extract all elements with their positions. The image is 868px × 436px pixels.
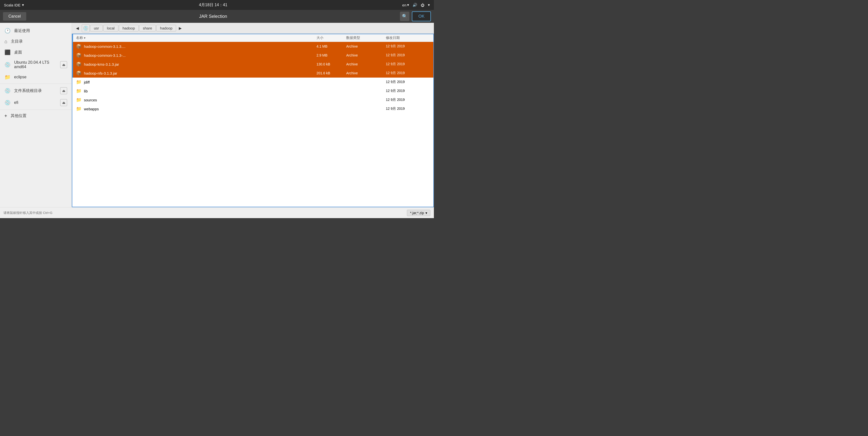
file-name-cell: 📁 webapps [76, 106, 316, 112]
eject-button-ubuntu[interactable]: ⏏ [60, 61, 67, 68]
search-icon: 🔍 [402, 13, 407, 19]
file-name-cell: 📦 hadoop-common-3.1.3.... [76, 43, 316, 49]
sidebar-item-efi[interactable]: 💿 efi ⏏ [0, 97, 71, 109]
eject-icon-filesystem: ⏏ [62, 89, 65, 93]
power-arrow[interactable]: ▾ [428, 3, 430, 7]
table-row[interactable]: 📦 hadoop-nfs-3.1.3.jar 201.6 kB Archive … [72, 69, 433, 78]
filter-arrow-icon: ▾ [426, 211, 427, 215]
folder-icon: 📁 [76, 79, 82, 85]
file-name-text: hadoop-common-3.1.3.... [84, 45, 126, 49]
file-date: 12 9月 2019 [386, 107, 430, 111]
table-row[interactable]: 📦 hadoop-common-3.1.3-... 2.9 MB Archive… [72, 51, 433, 60]
col-type-label: 数据类型 [346, 36, 360, 40]
file-name-text: sources [84, 98, 97, 102]
table-row[interactable]: 📁 jdiff 12 9月 2019 [72, 78, 433, 87]
sidebar-item-label-other: 其他位置 [11, 113, 67, 118]
file-name-cell: 📦 hadoop-common-3.1.3-... [76, 53, 316, 58]
back-arrow-icon: ◀ [76, 26, 79, 30]
forward-arrow-icon: ▶ [179, 26, 182, 30]
col-header-date[interactable]: 修改日期 [386, 36, 430, 40]
sidebar-item-label-eclipse: eclipse [14, 75, 67, 79]
language-arrow: ▾ [407, 3, 409, 7]
topbar-datetime: 4月18日 14：41 [199, 2, 227, 8]
file-list: 📦 hadoop-common-3.1.3.... 4.1 MB Archive… [72, 42, 433, 207]
folder-icon-eclipse: 📁 [4, 74, 11, 80]
sidebar-item-desktop[interactable]: ⬛ 桌面 [0, 47, 71, 58]
power-icon[interactable]: ⏻ [421, 3, 425, 7]
file-date: 12 9月 2019 [386, 53, 430, 58]
file-date: 12 9月 2019 [386, 44, 430, 49]
jar-icon: 📦 [76, 70, 82, 76]
file-size: 2.9 MB [316, 53, 346, 57]
col-name-label: 名称 [76, 36, 83, 40]
file-date: 12 9月 2019 [386, 89, 430, 93]
sidebar-item-label-recent: 最近使用 [14, 28, 67, 33]
drive-location-icon[interactable]: 💿 [82, 24, 90, 32]
sort-arrow-icon: ▾ [84, 36, 86, 40]
breadcrumb-local[interactable]: local [103, 25, 118, 31]
filter-dropdown[interactable]: *.jar;*.zip ▾ [407, 210, 430, 216]
home-icon: ⌂ [4, 39, 7, 45]
dialog-body: 🕐 最近使用 ⌂ 主目录 ⬛ 桌面 💿 Ubuntu 20.04.4 LTS a… [0, 23, 434, 207]
cancel-button[interactable]: Cancel [3, 12, 26, 21]
eject-button-filesystem[interactable]: ⏏ [60, 87, 67, 94]
dialog-title: JAR Selection [199, 14, 227, 19]
sidebar-item-ubuntu[interactable]: 💿 Ubuntu 20.04.4 LTS amd64 ⏏ [0, 58, 71, 71]
sidebar-item-label-filesystem: 文件系统根目录 [14, 88, 57, 93]
app-dropdown-arrow[interactable]: ▾ [22, 3, 24, 7]
sidebar-item-home[interactable]: ⌂ 主目录 [0, 36, 71, 47]
clock-icon: 🕐 [4, 28, 11, 34]
table-row[interactable]: 📁 webapps 12 9月 2019 [72, 104, 433, 113]
file-name-cell: 📁 sources [76, 97, 316, 103]
sidebar-item-recent[interactable]: 🕐 最近使用 [0, 25, 71, 36]
file-list-container: 名称 ▾ 大小 数据类型 修改日期 📦 [72, 34, 434, 207]
file-size: 4.1 MB [316, 45, 346, 48]
breadcrumb-usr[interactable]: usr [90, 25, 103, 31]
breadcrumb-hadoop-1[interactable]: hadoop [119, 25, 139, 31]
file-name-text: hadoop-common-3.1.3-... [84, 53, 126, 58]
filter-label: *.jar;*.zip [410, 211, 424, 215]
language-label: en [402, 3, 406, 7]
volume-icon[interactable]: 🔊 [412, 3, 417, 7]
drive-icon-breadcrumb: 💿 [83, 26, 88, 31]
breadcrumb-hadoop-2[interactable]: hadoop [156, 25, 176, 31]
table-row[interactable]: 📦 hadoop-kms-3.1.3.jar 130.0 kB Archive … [72, 60, 433, 69]
file-name-text: hadoop-nfs-3.1.3.jar [84, 71, 117, 75]
sidebar-item-other-places[interactable]: + 其他位置 [0, 111, 71, 121]
sidebar-item-filesystem[interactable]: 💿 文件系统根目录 ⏏ [0, 85, 71, 97]
table-row[interactable]: 📦 hadoop-common-3.1.3.... 4.1 MB Archive… [72, 42, 433, 51]
col-header-name[interactable]: 名称 ▾ [76, 36, 316, 40]
sidebar-item-eclipse[interactable]: 📁 eclipse [0, 71, 71, 83]
table-row[interactable]: 📁 sources 12 9月 2019 [72, 95, 433, 104]
file-type: Archive [346, 53, 386, 57]
search-button[interactable]: 🔍 [400, 12, 409, 21]
file-date: 12 9月 2019 [386, 80, 430, 84]
forward-button[interactable]: ▶ [177, 25, 184, 32]
desktop-icon: ⬛ [4, 49, 11, 55]
folder-icon: 📁 [76, 106, 82, 112]
file-size: 201.6 kB [316, 71, 346, 75]
file-name-text: lib [84, 89, 88, 93]
col-header-type[interactable]: 数据类型 [346, 36, 386, 40]
col-size-label: 大小 [316, 36, 323, 40]
table-row[interactable]: 📁 lib 12 9月 2019 [72, 87, 433, 95]
breadcrumb-share[interactable]: share [139, 25, 156, 31]
topbar: Scala IDE ▾ 4月18日 14：41 en ▾ 🔊 ⏻ ▾ [0, 0, 434, 10]
drive-icon-efi: 💿 [4, 100, 11, 106]
file-type: Archive [346, 71, 386, 75]
file-name-cell: 📦 hadoop-kms-3.1.3.jar [76, 61, 316, 67]
file-size: 130.0 kB [316, 62, 346, 66]
ok-button[interactable]: OK [412, 11, 431, 21]
eject-icon-efi: ⏏ [62, 100, 65, 105]
status-text: 请将鼠标指针移入其中或按 Ctrl+G [3, 211, 53, 215]
eject-button-efi[interactable]: ⏏ [60, 99, 67, 106]
sidebar-item-label-efi: efi [14, 100, 57, 105]
back-button[interactable]: ◀ [74, 25, 81, 32]
language-selector[interactable]: en ▾ [402, 3, 409, 7]
file-date: 12 9月 2019 [386, 98, 430, 102]
col-header-size[interactable]: 大小 [316, 36, 346, 40]
header-right-actions: 🔍 OK [400, 11, 431, 21]
topbar-left: Scala IDE ▾ [4, 3, 24, 7]
file-name-cell: 📦 hadoop-nfs-3.1.3.jar [76, 70, 316, 76]
app-name-label: Scala IDE [4, 3, 21, 7]
